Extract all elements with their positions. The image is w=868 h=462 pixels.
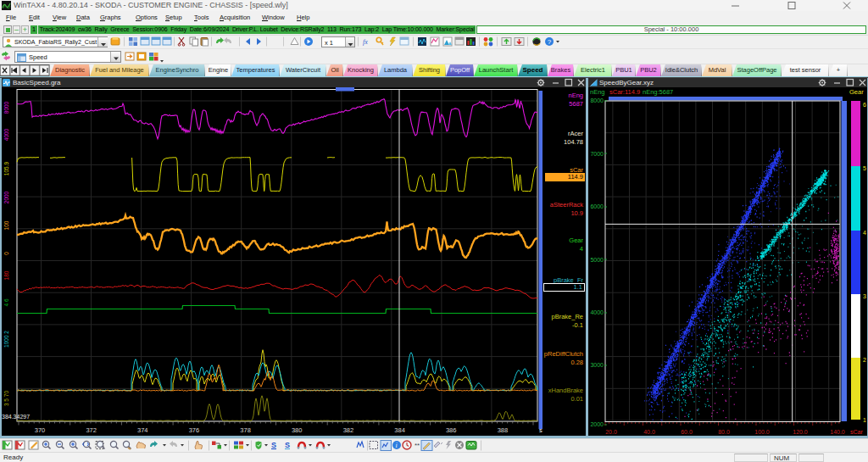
svg-text:Gear: Gear	[849, 88, 864, 96]
svg-text:sCar:114.9: sCar:114.9	[609, 88, 640, 96]
svg-text:4000: 4000	[590, 309, 604, 315]
svg-text:3 5 70: 3 5 70	[3, 391, 9, 406]
svg-text:380: 380	[292, 426, 303, 434]
svg-text:386: 386	[446, 426, 457, 434]
svg-text:105.9: 105.9	[3, 161, 9, 175]
svg-text:378: 378	[240, 426, 251, 434]
svg-text:60.0: 60.0	[681, 429, 693, 435]
svg-text:370: 370	[35, 426, 46, 434]
svg-text:5: 5	[863, 165, 866, 171]
svg-text:120.0: 120.0	[793, 429, 808, 435]
svg-text:384: 384	[394, 426, 405, 434]
svg-text:7000: 7000	[590, 151, 604, 157]
svg-text:2000: 2000	[590, 421, 604, 427]
svg-text:1000 2: 1000 2	[3, 331, 9, 348]
svg-text:sCar: sCar	[850, 429, 863, 435]
svg-text:376: 376	[189, 426, 200, 434]
svg-text:S: S	[285, 441, 290, 449]
svg-text:1: 1	[863, 417, 866, 423]
svg-text:**: **	[415, 442, 420, 449]
svg-text:6: 6	[863, 102, 866, 108]
svg-text:3: 3	[863, 293, 866, 299]
svg-text:6000: 6000	[590, 203, 604, 209]
svg-text:140.0: 140.0	[830, 429, 845, 435]
svg-text:372: 372	[86, 426, 97, 434]
svg-text:?: ?	[548, 38, 552, 46]
svg-text:8000: 8000	[3, 101, 9, 114]
svg-text:4000: 4000	[3, 128, 9, 141]
svg-text:100.0: 100.0	[754, 429, 770, 435]
svg-text:374: 374	[137, 426, 148, 434]
svg-text:i: i	[396, 442, 398, 449]
svg-text:384.34297: 384.34297	[2, 414, 30, 420]
svg-text:4 6: 4 6	[3, 298, 9, 306]
svg-text:nEng:5687: nEng:5687	[643, 88, 673, 96]
svg-text:5000: 5000	[590, 257, 604, 263]
svg-text:0: 0	[3, 252, 9, 255]
svg-text:S: S	[271, 441, 276, 449]
svg-text:2: 2	[863, 357, 866, 363]
svg-text:2000: 2000	[3, 191, 9, 203]
svg-text:4: 4	[863, 230, 866, 236]
svg-text:100: 100	[3, 220, 9, 230]
svg-text:382: 382	[343, 426, 354, 434]
svg-text:80.0: 80.0	[718, 429, 730, 435]
svg-text:fx: fx	[363, 38, 368, 46]
svg-text:180: 180	[3, 270, 9, 280]
svg-text:388: 388	[498, 426, 509, 434]
svg-text:3000: 3000	[590, 362, 604, 368]
svg-text:8000: 8000	[590, 97, 604, 103]
svg-text:20.0: 20.0	[605, 429, 617, 435]
svg-text:40.0: 40.0	[643, 429, 655, 435]
svg-text:nEng: nEng	[590, 88, 605, 96]
